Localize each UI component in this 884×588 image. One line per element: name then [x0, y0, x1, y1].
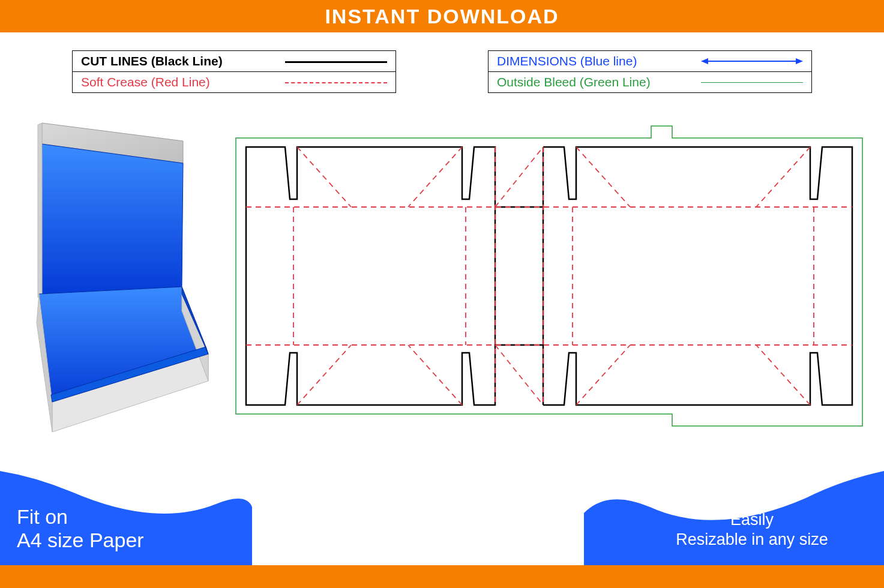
legend-crease-sample: [285, 76, 387, 88]
svg-line-28: [495, 147, 543, 207]
footer-right-line2: Resizable in any size: [644, 530, 860, 549]
svg-line-29: [495, 345, 543, 405]
footer-bar: [0, 565, 884, 588]
svg-line-23: [408, 345, 462, 405]
header-bar: INSTANT DOWNLOAD: [0, 0, 884, 32]
svg-marker-4: [39, 144, 183, 294]
footer-left-line2: A4 size Paper: [17, 529, 144, 552]
footer-right-text: Easily Resizable in any size: [644, 510, 860, 549]
svg-line-26: [576, 345, 630, 405]
arrow-icon: [701, 55, 803, 67]
svg-marker-1: [701, 58, 708, 64]
legend-row-crease: Soft Crease (Red Line): [73, 71, 395, 92]
svg-line-25: [756, 147, 810, 207]
svg-marker-2: [796, 58, 803, 64]
legend-cut-sample: [285, 55, 387, 67]
legend-dim-label: DIMENSIONS (Blue line): [497, 54, 701, 68]
legend-row-cut: CUT LINES (Black Line): [73, 51, 395, 71]
dieline-template: [231, 120, 867, 432]
box-3d-illustration: [15, 114, 219, 444]
legend-box-left: CUT LINES (Black Line) Soft Crease (Red …: [72, 50, 396, 93]
legend-cut-label: CUT LINES (Black Line): [81, 54, 285, 68]
svg-line-24: [576, 147, 630, 207]
legend-bleed-label: Outside Bleed (Green Line): [497, 75, 701, 89]
footer-left-line1: Fit on: [17, 505, 144, 529]
footer-right-line1: Easily: [644, 510, 860, 529]
legend-box-right: DIMENSIONS (Blue line) Outside Bleed (Gr…: [488, 50, 812, 93]
legend-bleed-sample: [701, 76, 803, 88]
svg-line-21: [408, 147, 462, 207]
legend-dim-sample: [701, 55, 803, 67]
main-area: [0, 102, 884, 516]
svg-line-22: [297, 345, 351, 405]
legend-crease-label: Soft Crease (Red Line): [81, 75, 285, 89]
legend-row-dim: DIMENSIONS (Blue line): [489, 51, 811, 71]
svg-marker-5: [38, 123, 42, 298]
svg-line-27: [756, 345, 810, 405]
legend-row-bleed: Outside Bleed (Green Line): [489, 71, 811, 92]
legend-area: CUT LINES (Black Line) Soft Crease (Red …: [0, 32, 884, 93]
footer-left-text: Fit on A4 size Paper: [17, 505, 144, 552]
svg-line-20: [297, 147, 351, 207]
header-title: INSTANT DOWNLOAD: [325, 5, 559, 28]
